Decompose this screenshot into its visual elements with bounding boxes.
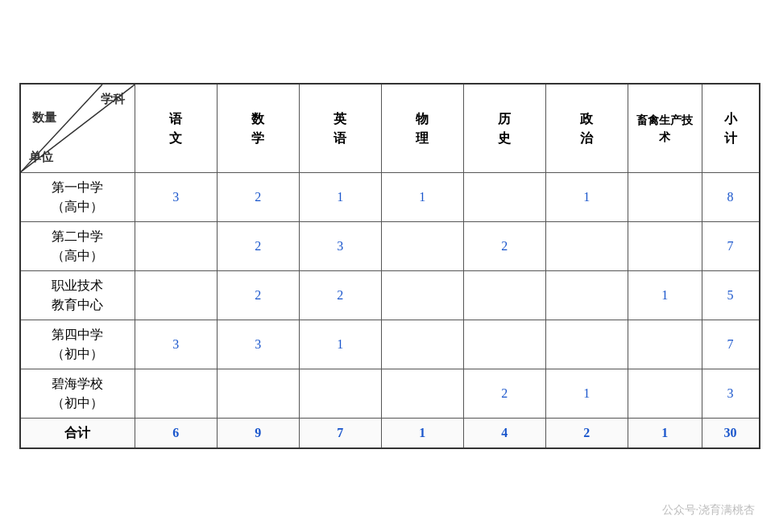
col-header-lishi: 历史 [463,84,545,172]
table-row: 职业技术教育中心 2 2 1 5 [20,270,760,320]
total-row: 合计 6 9 7 1 4 2 1 30 [20,418,760,448]
col-header-wuli: 物理 [381,84,463,172]
cell-xqscjs [628,369,702,418]
cell-yuwen [135,221,217,270]
col-header-yingyu: 英语 [299,84,381,172]
col-header-zhengzhi: 政治 [545,84,628,172]
school-name: 第一中学（高中） [20,172,135,221]
cell-yuwen: 3 [135,320,217,369]
cell-xqscjs [628,221,702,270]
total-shuxue: 9 [217,418,299,448]
cell-xiaoji: 8 [702,172,759,221]
cell-lishi: 2 [463,221,545,270]
col-header-xiaoji: 小计 [702,84,759,172]
cell-lishi: 2 [463,369,545,418]
cell-shuxue: 2 [217,270,299,320]
total-lishi: 4 [463,418,545,448]
cell-lishi [463,320,545,369]
total-zhengzhi: 2 [545,418,628,448]
cell-wuli [381,270,463,320]
cell-zhengzhi: 1 [545,369,628,418]
cell-xqscjs: 1 [628,270,702,320]
col-label-shuxue: 数学 [251,112,264,145]
corner-label-unit: 单位 [29,149,53,166]
table-wrapper: 学科 数量 单位 语文 数学 英语 物理 历史 [19,83,760,449]
cell-yuwen [135,369,217,418]
total-xqscjs: 1 [628,418,702,448]
table-row: 碧海学校（初中） 2 1 3 [20,369,760,418]
cell-zhengzhi [545,270,628,320]
cell-wuli [381,221,463,270]
table-row: 第四中学（初中） 3 3 1 7 [20,320,760,369]
col-header-yuwen: 语文 [135,84,217,172]
school-name: 第四中学（初中） [20,320,135,369]
cell-xiaoji: 7 [702,320,759,369]
col-label-xiaoji: 小计 [724,112,737,145]
cell-zhengzhi [545,221,628,270]
cell-zhengzhi [545,320,628,369]
cell-wuli [381,320,463,369]
col-header-shuxue: 数学 [217,84,299,172]
col-label-xqscjs: 畜禽生产技术 [636,114,693,143]
cell-shuxue: 2 [217,221,299,270]
cell-yingyu [299,369,381,418]
total-wuli: 1 [381,418,463,448]
cell-xiaoji: 3 [702,369,759,418]
cell-yingyu: 1 [299,172,381,221]
total-yingyu: 7 [299,418,381,448]
cell-xiaoji: 5 [702,270,759,320]
col-label-lishi: 历史 [498,112,511,145]
cell-yuwen [135,270,217,320]
col-label-wuli: 物理 [416,112,429,145]
cell-shuxue: 2 [217,172,299,221]
total-xiaoji: 30 [702,418,759,448]
corner-label-count: 数量 [32,109,56,127]
table-row: 第二中学（高中） 2 3 2 7 [20,221,760,270]
school-name: 职业技术教育中心 [20,270,135,320]
total-yuwen: 6 [135,418,217,448]
col-header-xqscjs: 畜禽生产技术 [628,84,702,172]
cell-xqscjs [628,320,702,369]
col-label-yuwen: 语文 [169,112,182,145]
school-name: 碧海学校（初中） [20,369,135,418]
cell-wuli: 1 [381,172,463,221]
cell-shuxue [217,369,299,418]
watermark: 公众号·浇育满桃杏 [662,503,756,518]
cell-yingyu: 3 [299,221,381,270]
cell-lishi [463,172,545,221]
cell-zhengzhi: 1 [545,172,628,221]
cell-yingyu: 1 [299,320,381,369]
table-row: 第一中学（高中） 3 2 1 1 1 8 [20,172,760,221]
main-table: 学科 数量 单位 语文 数学 英语 物理 历史 [19,83,760,449]
cell-xiaoji: 7 [702,221,759,270]
cell-wuli [381,369,463,418]
col-label-yingyu: 英语 [334,112,346,145]
cell-lishi [463,270,545,320]
cell-shuxue: 3 [217,320,299,369]
col-label-zhengzhi: 政治 [580,112,593,145]
cell-yuwen: 3 [135,172,217,221]
cell-yingyu: 2 [299,270,381,320]
total-label: 合计 [20,418,135,448]
cell-xqscjs [628,172,702,221]
corner-header: 学科 数量 单位 [20,84,135,172]
corner-label-subject: 学科 [101,91,125,108]
school-name: 第二中学（高中） [20,221,135,270]
